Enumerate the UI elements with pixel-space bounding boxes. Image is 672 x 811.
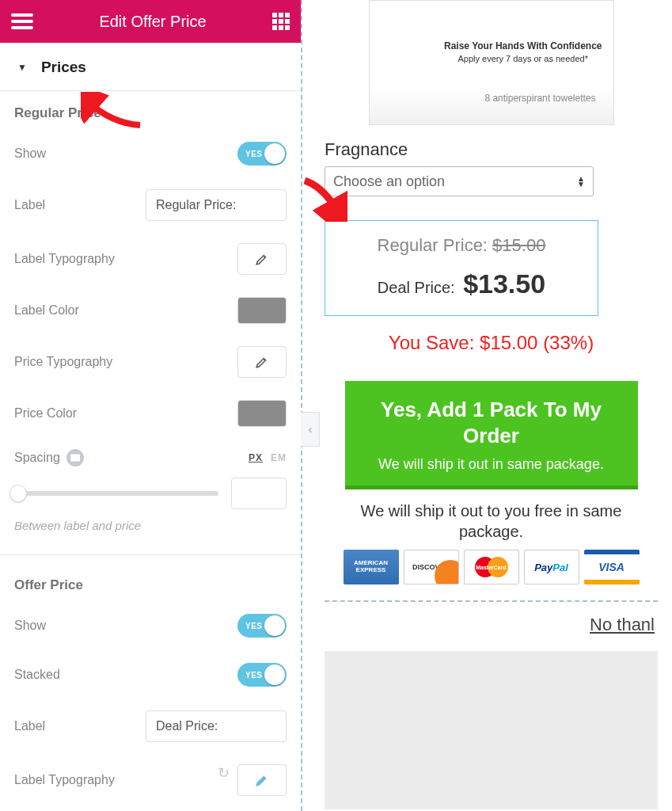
toggle-stacked[interactable]: YES [237, 663, 287, 687]
add-to-order-button[interactable]: Yes, Add 1 Pack To My Order We will ship… [345, 381, 638, 489]
unit-switcher[interactable]: PX EM [249, 452, 287, 463]
topbar-title: Edit Offer Price [33, 13, 272, 31]
hamburger-icon[interactable] [11, 13, 33, 29]
payment-cards: AMERICAN EXPRESS DISCOVER MasterCard Pay… [325, 550, 658, 584]
toggle-show-offer[interactable]: YES [237, 614, 287, 638]
card-paypal-icon: PayPal [524, 550, 579, 584]
dashed-separator [325, 600, 658, 602]
label-offer-label-typography: Label Typography [14, 773, 207, 787]
group-title-regular: Regular Price [14, 105, 287, 121]
edit-offer-label-typography-button[interactable] [237, 764, 287, 796]
card-discover-icon: DISCOVER [404, 550, 459, 584]
label-spacing: Spacing [14, 449, 249, 466]
svg-rect-0 [70, 455, 80, 462]
edit-typography-button[interactable] [237, 243, 287, 275]
product-subtext: 8 antiperspirant towelettes [484, 93, 595, 104]
you-save-text: You Save: $15.00 (33%) [325, 332, 658, 354]
label-show: Show [14, 147, 146, 161]
product-image: Raise Your Hands With Confidence Apply e… [361, 0, 622, 125]
card-visa-icon: VISA [584, 550, 640, 584]
accordion-header-prices[interactable]: ▼ Prices [0, 43, 301, 91]
label-price-typography: Price Typography [14, 355, 233, 369]
card-mastercard-icon: MasterCard [464, 550, 519, 584]
fragrance-label: Fragnance [325, 139, 658, 160]
collapse-panel-button[interactable]: ‹ [301, 412, 320, 447]
spacing-slider[interactable] [14, 491, 218, 496]
topbar: Edit Offer Price [0, 0, 301, 43]
label-stacked: Stacked [14, 668, 146, 682]
label-price-color: Price Color [14, 406, 233, 421]
color-picker-price[interactable] [237, 400, 287, 427]
edit-price-typography-button[interactable] [237, 346, 287, 378]
spacing-number-input[interactable] [231, 478, 287, 509]
label-label: Label [14, 198, 146, 212]
reset-icon[interactable]: ↻ [218, 764, 230, 796]
input-offer-label[interactable] [146, 710, 287, 742]
select-arrows-icon: ▲▼ [577, 176, 585, 187]
group-title-offer: Offer Price [14, 577, 287, 593]
label-show-offer: Show [14, 619, 146, 633]
spacing-help-text: Between label and price [14, 519, 287, 532]
label-offer-label: Label [14, 719, 146, 733]
gray-placeholder [325, 651, 658, 809]
toggle-show-regular[interactable]: YES [237, 142, 287, 166]
regular-price-display: Regular Price: $15.00 [335, 235, 588, 256]
fragrance-select[interactable]: Choose an option ▲▼ [325, 166, 594, 196]
card-amex-icon: AMERICAN EXPRESS [344, 550, 399, 584]
color-picker-label[interactable] [237, 297, 287, 324]
chevron-down-icon: ▼ [17, 62, 27, 73]
annotation-arrow-icon [81, 92, 144, 128]
responsive-icon[interactable] [66, 449, 84, 466]
panel-body: Regular Price Show YES Label Label Typog… [0, 91, 301, 811]
divider [0, 554, 301, 555]
input-regular-label[interactable] [146, 189, 287, 221]
preview-pane: ‹ Raise Your Hands With Confidence Apply… [302, 0, 672, 811]
product-tagline: Raise Your Hands With Confidence Apply e… [444, 40, 602, 64]
shipping-note: We will ship it out to you free in same … [325, 501, 658, 542]
annotation-arrow-icon [300, 177, 347, 222]
price-box: Regular Price: $15.00 Deal Price: $13.50 [325, 220, 598, 316]
label-label-typography: Label Typography [14, 252, 233, 266]
deal-price-display: Deal Price: $13.50 [335, 268, 588, 299]
no-thanks-link[interactable]: No thanl [325, 615, 658, 635]
label-label-color: Label Color [14, 303, 233, 318]
apps-grid-icon[interactable] [272, 13, 290, 30]
editor-sidebar: Edit Offer Price ▼ Prices Regular Price … [0, 0, 302, 811]
accordion-title: Prices [41, 59, 86, 76]
